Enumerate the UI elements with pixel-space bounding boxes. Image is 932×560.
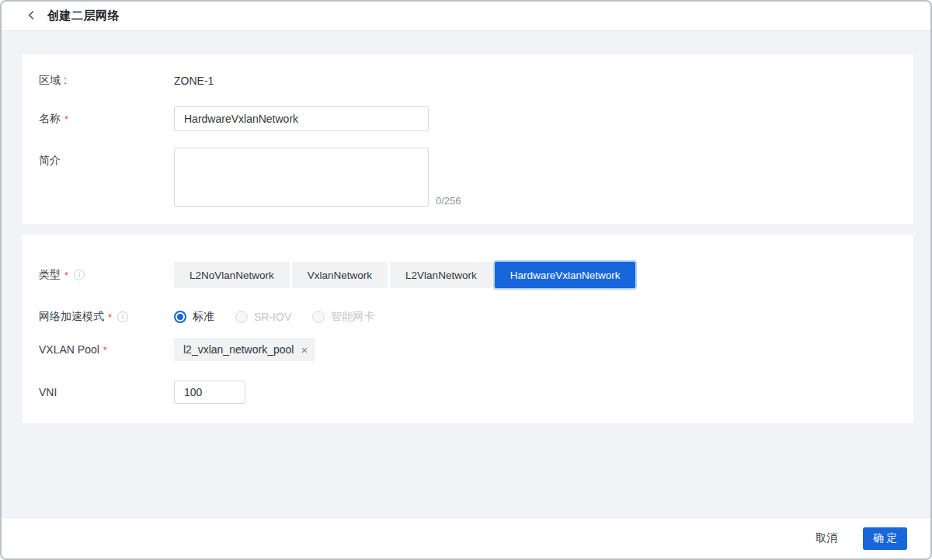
required-asterisk: * bbox=[103, 344, 107, 356]
form-body: 区域 : ZONE-1 名称 * 简介 0/256 bbox=[2, 31, 930, 517]
radio-standard[interactable]: 标准 bbox=[174, 310, 214, 324]
cancel-button[interactable]: 取消 bbox=[816, 531, 837, 545]
info-icon: i bbox=[117, 311, 128, 322]
zone-label: 区域 : bbox=[39, 74, 174, 88]
radio-disabled-icon bbox=[235, 311, 248, 323]
required-asterisk: * bbox=[108, 311, 112, 323]
info-icon: i bbox=[74, 270, 85, 280]
name-input[interactable] bbox=[174, 106, 429, 131]
confirm-button[interactable]: 确 定 bbox=[863, 527, 907, 550]
vxlan-pool-tag: l2_vxlan_network_pool × bbox=[174, 338, 315, 361]
vxlan-pool-tag-text: l2_vxlan_network_pool bbox=[183, 343, 294, 356]
required-asterisk: * bbox=[64, 270, 68, 281]
type-option-l2novlannetwork[interactable]: L2NoVlanNetwork bbox=[174, 262, 290, 288]
page-footer: 取消 确 定 bbox=[2, 517, 930, 558]
vni-label: VNI bbox=[39, 386, 174, 398]
tag-remove-icon[interactable]: × bbox=[301, 344, 308, 356]
vxlan-pool-label: VXLAN Pool * bbox=[39, 343, 174, 356]
accel-mode-row: 网络加速模式 * i 标准 SR-IOV 智能网卡 bbox=[39, 309, 895, 325]
type-row: 类型 * i L2NoVlanNetwork VxlanNetwork L2Vl… bbox=[39, 262, 895, 288]
vni-input[interactable] bbox=[174, 381, 245, 404]
page-title: 创建二层网络 bbox=[47, 9, 120, 23]
basic-info-card: 区域 : ZONE-1 名称 * 简介 0/256 bbox=[23, 54, 913, 224]
radio-selected-icon bbox=[174, 311, 186, 323]
name-label: 名称 * bbox=[39, 112, 174, 126]
vxlan-pool-row: VXLAN Pool * l2_vxlan_network_pool × bbox=[39, 338, 895, 361]
radio-smartnic: 智能网卡 bbox=[312, 310, 374, 324]
required-asterisk: * bbox=[64, 113, 68, 125]
zone-value: ZONE-1 bbox=[174, 75, 214, 87]
type-option-hardwarevxlannetwork[interactable]: HardwareVxlanNetwork bbox=[495, 262, 636, 288]
page-header: 创建二层网络 bbox=[2, 2, 930, 31]
char-counter: 0/256 bbox=[436, 195, 461, 207]
network-type-card: 类型 * i L2NoVlanNetwork VxlanNetwork L2Vl… bbox=[23, 235, 913, 423]
type-label: 类型 * i bbox=[39, 268, 174, 282]
back-button[interactable] bbox=[25, 10, 37, 23]
description-label: 简介 bbox=[39, 154, 174, 168]
type-option-vxlannetwork[interactable]: VxlanNetwork bbox=[292, 262, 388, 288]
zone-row: 区域 : ZONE-1 bbox=[39, 73, 895, 89]
type-option-l2vlannetwork[interactable]: L2VlanNetwork bbox=[390, 262, 492, 288]
description-row: 简介 0/256 bbox=[39, 148, 895, 207]
radio-sriov: SR-IOV bbox=[235, 311, 291, 323]
name-row: 名称 * bbox=[39, 106, 895, 131]
radio-disabled-icon bbox=[312, 311, 325, 323]
description-textarea[interactable] bbox=[174, 148, 429, 207]
create-l2-network-page: 创建二层网络 区域 : ZONE-1 名称 * 简介 bbox=[0, 0, 932, 560]
accel-mode-label: 网络加速模式 * i bbox=[39, 310, 174, 324]
chevron-left-icon bbox=[27, 9, 36, 23]
vni-row: VNI bbox=[39, 381, 895, 404]
